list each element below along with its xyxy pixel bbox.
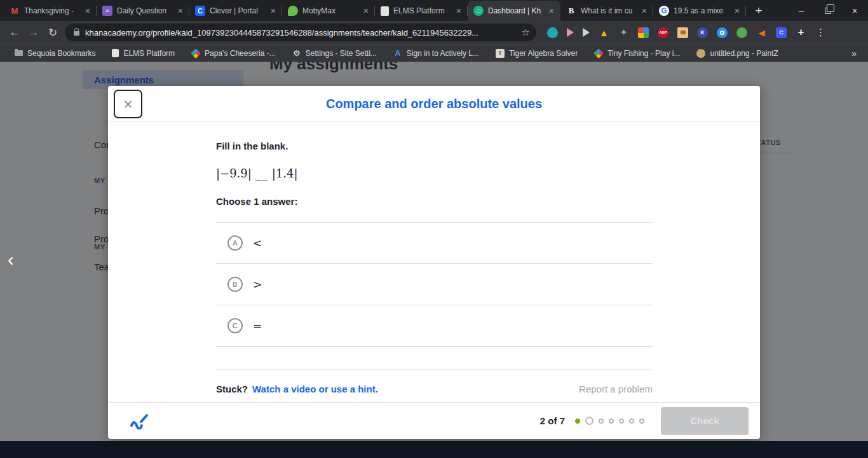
radio-b-icon[interactable]: B bbox=[227, 277, 243, 292]
star-extension-icon[interactable]: ✦ bbox=[618, 27, 629, 38]
tab-close-icon[interactable]: × bbox=[83, 6, 92, 16]
google-drive-extension-icon[interactable]: ▲ bbox=[599, 27, 609, 38]
choice-a[interactable]: A < bbox=[216, 223, 653, 264]
tab-close-icon[interactable]: × bbox=[362, 6, 370, 16]
tab-close-icon[interactable]: × bbox=[547, 6, 556, 16]
gray-send-extension-icon[interactable] bbox=[583, 28, 590, 37]
hint-link[interactable]: Watch a video or use a hint. bbox=[252, 384, 378, 394]
modal-footer: 2 of 7 Check bbox=[108, 402, 760, 439]
tab-close-icon[interactable]: × bbox=[640, 6, 649, 16]
choose-answer-label: Choose 1 answer: bbox=[216, 196, 653, 207]
minimize-button[interactable]: – bbox=[788, 0, 815, 21]
bookmarks-overflow-chevron[interactable]: » bbox=[851, 48, 862, 59]
radio-c-icon[interactable]: C bbox=[227, 318, 243, 333]
khan-academy-icon: ⬡ bbox=[473, 6, 484, 16]
progress-dot-3 bbox=[599, 419, 604, 424]
bookmark-papas-cheeseria[interactable]: Papa's Cheeseria -... bbox=[183, 49, 284, 58]
restore-icon bbox=[825, 8, 831, 14]
extensions-puzzle-icon[interactable]: + bbox=[796, 27, 806, 38]
answer-choices: A < B > C = bbox=[216, 222, 653, 347]
tab-title: Daily Question bbox=[117, 6, 172, 15]
c-square-extension-icon[interactable]: C bbox=[776, 27, 787, 38]
tab-title: 19.5 as a mixe bbox=[674, 6, 728, 15]
google-icon: G bbox=[659, 6, 669, 16]
radio-a-icon[interactable]: A bbox=[227, 235, 243, 251]
tab-mixed-number[interactable]: G 19.5 as a mixe × bbox=[653, 1, 746, 21]
choice-c[interactable]: C = bbox=[216, 305, 653, 347]
back-button[interactable]: ← bbox=[5, 23, 24, 42]
bookmark-elms[interactable]: ELMS Platform bbox=[104, 49, 183, 58]
tab-clever-portal[interactable]: C Clever | Portal × bbox=[189, 1, 282, 21]
choice-c-value: = bbox=[253, 319, 262, 332]
math-left: |−9.9| bbox=[216, 167, 252, 180]
tab-title: Dashboard | Kh bbox=[488, 6, 543, 15]
gear-icon: ⚙ bbox=[292, 49, 301, 58]
progress-text: 2 of 7 bbox=[540, 415, 565, 426]
window-controls: – × bbox=[788, 0, 868, 21]
bookmarks-bar: Sequoia Bookmarks ELMS Platform Papa's C… bbox=[0, 44, 868, 62]
pink-arrow-extension-icon[interactable] bbox=[567, 28, 574, 37]
green-dot-extension-icon[interactable] bbox=[736, 27, 747, 38]
teal-swirl-extension-icon[interactable] bbox=[547, 27, 558, 38]
bookmark-label: Sign in to Actively L... bbox=[407, 49, 479, 58]
url-text[interactable]: khanacademy.org/profile/kaid_10973923044… bbox=[85, 28, 517, 38]
compass-extension-icon[interactable] bbox=[717, 27, 728, 38]
tab-elms-platform[interactable]: ELMS Platform × bbox=[375, 1, 468, 21]
spacer-row bbox=[216, 347, 653, 370]
forward-button[interactable]: → bbox=[24, 23, 43, 42]
diamond-icon bbox=[191, 48, 201, 59]
modal-header: × Compare and order absolute values bbox=[108, 86, 760, 122]
color-grid-extension-icon[interactable] bbox=[638, 27, 649, 38]
bookmark-sequoia[interactable]: Sequoia Bookmarks bbox=[6, 49, 104, 58]
tab-mobymax[interactable]: MobyMax × bbox=[282, 1, 375, 21]
previous-chevron-icon[interactable]: ‹ bbox=[8, 250, 14, 269]
tab-daily-question[interactable]: ≡ Daily Question × bbox=[97, 1, 189, 21]
address-bar[interactable]: khanacademy.org/profile/kaid_10973923044… bbox=[65, 24, 536, 41]
report-problem-link[interactable]: Report a problem bbox=[579, 384, 653, 394]
modal-close-button[interactable]: × bbox=[114, 90, 142, 118]
tab-close-icon[interactable]: × bbox=[269, 6, 278, 16]
folder-icon bbox=[15, 50, 23, 56]
photo-folder-extension-icon[interactable] bbox=[677, 27, 688, 38]
chrome-menu-icon[interactable]: ⋮ bbox=[816, 27, 825, 38]
bookmark-actively-learn[interactable]: A Sign in to Actively L... bbox=[385, 49, 487, 58]
close-window-button[interactable]: × bbox=[841, 0, 868, 21]
tab-title: MobyMax bbox=[302, 6, 357, 15]
new-tab-button[interactable]: + bbox=[750, 2, 768, 20]
tab-close-icon[interactable]: × bbox=[733, 6, 742, 16]
modal-title: Compare and order absolute values bbox=[108, 86, 760, 122]
bookmark-settings[interactable]: ⚙ Settings - Site Setti... bbox=[284, 49, 385, 58]
mobymax-icon bbox=[288, 6, 298, 16]
paintz-icon bbox=[696, 49, 705, 58]
bookmark-label: untitled.png - PaintZ bbox=[710, 49, 778, 58]
bookmark-tiny-fishing[interactable]: Tiny Fishing - Play i... bbox=[586, 49, 688, 58]
adblock-plus-extension-icon[interactable]: ABP bbox=[658, 27, 668, 38]
tab-khan-dashboard-active[interactable]: ⬡ Dashboard | Kh × bbox=[468, 1, 560, 21]
tab-strip: M Thanksgiving - × ≡ Daily Question × C … bbox=[0, 0, 868, 21]
progress-dot-2 bbox=[585, 417, 593, 425]
bookmark-paintz[interactable]: untitled.png - PaintZ bbox=[688, 49, 786, 58]
tab-close-icon[interactable]: × bbox=[176, 6, 185, 16]
bookmark-label: Papa's Cheeseria -... bbox=[205, 49, 276, 58]
tiger-icon: T bbox=[496, 49, 505, 58]
scratchpad-pen-icon[interactable] bbox=[130, 413, 149, 429]
choice-b-value: > bbox=[253, 278, 262, 291]
choice-b[interactable]: B > bbox=[216, 264, 653, 305]
elms-icon bbox=[112, 49, 119, 57]
tab-thanksgiving[interactable]: M Thanksgiving - × bbox=[4, 1, 97, 21]
stuck-label: Stuck? bbox=[216, 384, 248, 394]
progress-dot-5 bbox=[619, 419, 624, 424]
k-circle-extension-icon[interactable]: K bbox=[697, 27, 708, 38]
bookmark-tiger-algebra[interactable]: T Tiger Algebra Solver bbox=[487, 49, 586, 58]
bookmark-star-icon[interactable]: ☆ bbox=[522, 27, 530, 38]
tab-title: Thanksgiving - bbox=[24, 6, 79, 15]
restore-button[interactable] bbox=[815, 0, 841, 21]
speaker-extension-icon[interactable]: ◀ bbox=[756, 27, 767, 38]
tab-close-icon[interactable]: × bbox=[454, 6, 463, 16]
refresh-button[interactable]: ↻ bbox=[43, 23, 62, 42]
tab-what-is-it[interactable]: B What is it im cu × bbox=[560, 1, 653, 21]
actively-learn-icon: A bbox=[393, 49, 402, 58]
check-button[interactable]: Check bbox=[661, 407, 749, 435]
b-favicon-icon: B bbox=[566, 6, 576, 16]
exercise-modal: × Compare and order absolute values Fill… bbox=[108, 86, 760, 439]
